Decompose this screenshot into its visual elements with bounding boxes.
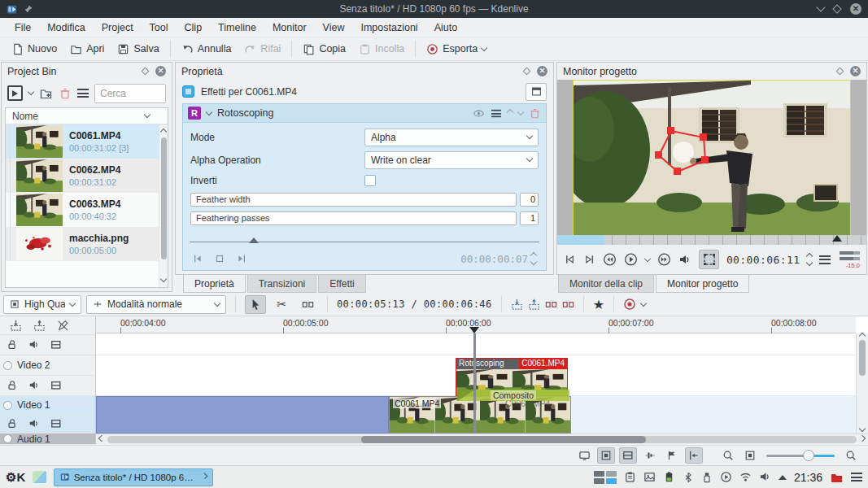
maximize-button[interactable]: [832, 4, 841, 13]
effect-visibility-icon[interactable]: [473, 107, 485, 120]
fast-forward-icon[interactable]: [657, 252, 671, 267]
virtual-desktop-pager[interactable]: [594, 471, 617, 484]
tab-monitor-progetto[interactable]: Monitor progetto: [656, 275, 749, 293]
scroll-up-icon[interactable]: [859, 333, 866, 339]
delete-clip-button[interactable]: [59, 87, 72, 100]
bin-item-c0063[interactable]: C0063.MP400:00:40:32: [6, 193, 168, 227]
snap-button[interactable]: [685, 447, 703, 464]
feathering-passes-slider[interactable]: Feathering passes: [190, 211, 517, 225]
play-icon[interactable]: [624, 252, 638, 267]
edit-mode-select[interactable]: Modalità normale: [86, 295, 226, 314]
keyframe-ruler[interactable]: [190, 237, 539, 248]
timeline-clip-video1-c0061[interactable]: C0061.MP4 C0061.MP4: [389, 396, 571, 434]
open-button[interactable]: Apri: [63, 40, 111, 59]
screenshot-tray-icon[interactable]: [643, 471, 656, 483]
close-panel-icon[interactable]: ✕: [537, 66, 547, 76]
search-input[interactable]: [94, 84, 166, 103]
hide-track-icon[interactable]: [50, 339, 62, 351]
extract-track-zone-icon[interactable]: [33, 320, 46, 332]
volume-tray-icon[interactable]: [759, 471, 771, 483]
red-folder-tray-icon[interactable]: [830, 471, 844, 484]
lock-track-icon[interactable]: [7, 380, 18, 391]
usb-device-tray-icon[interactable]: [701, 472, 713, 483]
scroll-up-icon[interactable]: [160, 129, 167, 135]
menu-impostazioni[interactable]: Impostazioni: [352, 19, 425, 37]
move-effect-up-icon[interactable]: [507, 108, 513, 115]
record-options-chevron-icon[interactable]: [640, 299, 647, 306]
insert-track-zone-icon[interactable]: [10, 320, 22, 332]
volume-icon[interactable]: [678, 253, 691, 267]
menu-timeline[interactable]: Timeline: [210, 19, 264, 37]
favorite-effects-icon[interactable]: ★: [593, 297, 604, 312]
mute-track-icon[interactable]: [28, 380, 40, 391]
preview-render-button[interactable]: [575, 447, 593, 464]
mute-track-icon[interactable]: [28, 418, 40, 429]
close-panel-icon[interactable]: ✕: [850, 66, 861, 76]
float-panel-icon[interactable]: [836, 68, 844, 76]
menu-monitor[interactable]: Monitor: [264, 19, 315, 37]
bin-scrollbar[interactable]: [159, 125, 168, 287]
timeline-ruler[interactable]: 00:00:04:00 00:00:05:00 00:00:06:00 00:0…: [96, 316, 856, 333]
select-tool-button[interactable]: [245, 295, 266, 314]
menu-aiuto[interactable]: Aiuto: [426, 19, 466, 37]
lift-zone-icon[interactable]: [562, 298, 574, 311]
alpha-operation-select[interactable]: Write on clear: [364, 151, 539, 169]
automatic-transitions-button[interactable]: [597, 447, 615, 464]
menu-file[interactable]: File: [7, 19, 39, 37]
edit-guide-icon[interactable]: [57, 320, 69, 332]
zoom-out-button[interactable]: [741, 447, 759, 464]
monitor-seek-ruler[interactable]: [557, 235, 866, 245]
zoom-slider-handle[interactable]: [803, 450, 814, 461]
timeline-tracks-area[interactable]: C0061.MP4 C0061.MP4 Rotoscoping C0061.MP…: [96, 333, 856, 434]
bin-item-c0062[interactable]: C0062.MP400:00:31:02: [6, 159, 168, 193]
feather-width-value[interactable]: 0: [520, 193, 539, 207]
tab-transizioni[interactable]: Transizioni: [247, 275, 317, 293]
tab-monitor-clip[interactable]: Monitor della clip: [558, 275, 654, 293]
play-options-chevron-icon[interactable]: [644, 255, 651, 261]
clock[interactable]: 21:36: [794, 471, 822, 484]
timeline-timecode[interactable]: 00:00:05:13 / 00:00:06:46: [337, 298, 492, 310]
timeline-horizontal-scrollbar[interactable]: [96, 434, 868, 445]
kde-menu-icon[interactable]: ⚙K: [6, 470, 25, 485]
panel-menu-icon[interactable]: [851, 473, 862, 481]
monitor-video-area[interactable]: [557, 80, 866, 235]
preview-quality-select[interactable]: High Quality: [3, 295, 81, 314]
spacer-tool-button[interactable]: [297, 295, 318, 314]
new-button[interactable]: Nuovo: [5, 40, 63, 59]
previous-keyframe-icon[interactable]: [193, 253, 204, 264]
hide-track-icon[interactable]: [50, 418, 62, 429]
zoom-fit-button[interactable]: [719, 447, 737, 464]
close-panel-icon[interactable]: ✕: [155, 66, 166, 76]
add-clip-chevron-icon[interactable]: [28, 89, 34, 95]
create-folder-button[interactable]: [39, 87, 53, 100]
timeline-playhead[interactable]: [473, 333, 476, 434]
tab-effetti[interactable]: Effetti: [318, 275, 365, 293]
track-target-radio[interactable]: [3, 361, 12, 370]
split-compare-button[interactable]: [526, 83, 547, 101]
add-keyframe-icon[interactable]: [214, 253, 225, 264]
lock-track-icon[interactable]: [7, 418, 18, 429]
track-header-audio1[interactable]: Audio 1: [0, 434, 95, 445]
track-header-video2[interactable]: Video 2: [0, 355, 95, 376]
zoom-in-button[interactable]: [842, 447, 860, 464]
bin-item-c0061[interactable]: C0061.MP400:00:31:02 [3]: [6, 124, 168, 159]
render-menu-chevron-icon[interactable]: [481, 44, 487, 50]
lock-track-icon[interactable]: [7, 339, 18, 351]
delete-effect-icon[interactable]: [529, 107, 541, 120]
next-keyframe-icon[interactable]: [235, 253, 246, 264]
monitor-menu-icon[interactable]: [819, 255, 831, 264]
show-markers-button[interactable]: [663, 447, 681, 464]
feathering-passes-value[interactable]: 1: [520, 211, 539, 225]
track-target-radio[interactable]: [3, 401, 12, 410]
bin-menu-button[interactable]: [77, 89, 89, 98]
render-button[interactable]: Esporta: [420, 40, 493, 59]
wifi-tray-icon[interactable]: [739, 471, 752, 483]
bin-item-macchia[interactable]: macchia.png00:00:05:00: [6, 227, 168, 261]
extract-zone-icon[interactable]: [545, 298, 557, 311]
menu-modifica[interactable]: Modifica: [39, 19, 94, 37]
collapse-effect-chevron-icon[interactable]: [206, 108, 212, 115]
razor-tool-button[interactable]: ✂: [271, 295, 292, 314]
insert-zone-icon[interactable]: [511, 298, 523, 311]
battery-tray-icon[interactable]: [663, 471, 675, 483]
close-button[interactable]: ✕: [850, 3, 861, 15]
